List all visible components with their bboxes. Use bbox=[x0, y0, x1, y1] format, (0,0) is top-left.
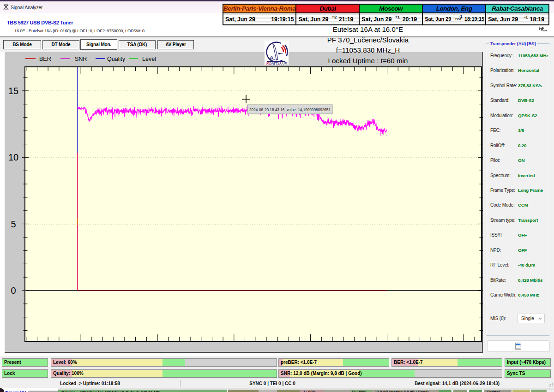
svg-text:DXSATCS.COM: DXSATCS.COM bbox=[266, 61, 288, 65]
svg-text:Level: Level bbox=[142, 56, 156, 62]
svg-text:SNR: SNR bbox=[75, 56, 87, 62]
svg-text:15: 15 bbox=[8, 86, 18, 96]
svg-text:2024-06-29 18.43.16, value: 14: 2024-06-29 18.43.16, value: 14,199999809… bbox=[249, 107, 331, 112]
svg-text:0: 0 bbox=[11, 285, 16, 296]
svg-text:5: 5 bbox=[11, 219, 16, 229]
svg-text:Quality: Quality bbox=[107, 56, 126, 62]
svg-text:BER: BER bbox=[39, 56, 51, 62]
svg-text:10: 10 bbox=[8, 152, 18, 162]
